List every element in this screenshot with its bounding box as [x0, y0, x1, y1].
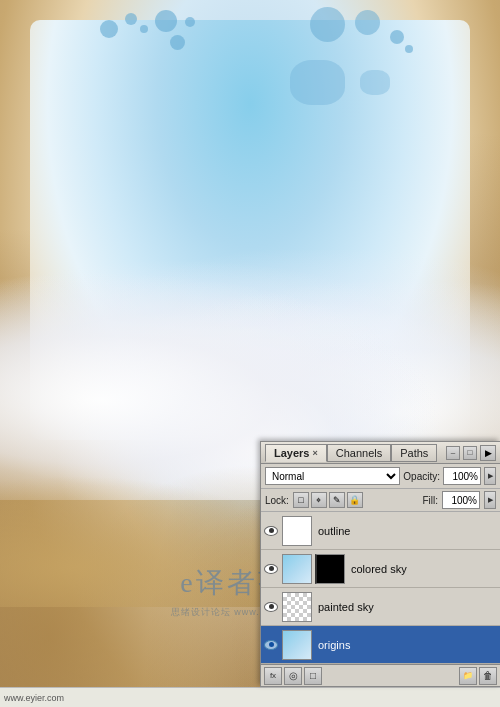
opacity-label: Opacity:: [403, 471, 440, 482]
layer-thumbnail: [282, 592, 312, 622]
blend-mode-select[interactable]: Normal: [265, 467, 400, 485]
layers-list: outline colored sky painted sky: [261, 512, 500, 664]
panel-menu-button[interactable]: ▶: [480, 445, 496, 461]
panel-tabs: Layers × Channels Paths: [265, 444, 437, 462]
minimize-button[interactable]: –: [446, 446, 460, 460]
layer-row[interactable]: painted sky: [261, 588, 500, 626]
lock-all-btn[interactable]: 🔒: [347, 492, 363, 508]
layer-visibility-toggle[interactable]: [263, 561, 279, 577]
eye-pupil: [269, 566, 274, 571]
layer-visibility-toggle[interactable]: [263, 637, 279, 653]
layer-visibility-toggle[interactable]: [263, 599, 279, 615]
layer-name: outline: [315, 525, 496, 537]
layer-row[interactable]: outline: [261, 512, 500, 550]
fill-value[interactable]: 100%: [442, 491, 480, 509]
delete-layer-button[interactable]: 🗑: [479, 667, 497, 685]
panel-toolbar: fx ◎ □ 📁 🗑: [261, 664, 500, 686]
ink-splat: [125, 13, 137, 25]
lock-label: Lock:: [265, 495, 289, 506]
ink-splat: [390, 30, 404, 44]
layer-thumbnail: [282, 516, 312, 546]
layer-thumbnail: [282, 554, 312, 584]
panel-titlebar: Layers × Channels Paths – □ ▶: [261, 442, 500, 464]
ink-splat: [405, 45, 413, 53]
ink-splat: [155, 10, 177, 32]
layer-row[interactable]: colored sky: [261, 550, 500, 588]
blend-mode-row: Normal Opacity: 100% ▶: [261, 464, 500, 489]
lock-icons: □ ⌖ ✎ 🔒: [293, 492, 363, 508]
maximize-button[interactable]: □: [463, 446, 477, 460]
layer-name: colored sky: [348, 563, 496, 575]
ink-splat: [310, 7, 345, 42]
panel-controls: – □ ▶: [446, 445, 496, 461]
layer-name: painted sky: [315, 601, 496, 613]
ink-splat: [185, 17, 195, 27]
fill-label: Fill:: [422, 495, 438, 506]
eye-pupil: [269, 528, 274, 533]
ink-splat: [290, 60, 345, 105]
eye-icon: [264, 602, 278, 612]
lock-row: Lock: □ ⌖ ✎ 🔒 Fill: 100% ▶: [261, 489, 500, 512]
url-text: www.eyier.com: [4, 693, 64, 703]
fill-arrow[interactable]: ▶: [484, 491, 496, 509]
eye-pupil: [269, 642, 274, 647]
layer-folder-button[interactable]: 📁: [459, 667, 477, 685]
ink-splat: [355, 10, 380, 35]
ink-splats: [10, 5, 490, 125]
new-layer-button[interactable]: □: [304, 667, 322, 685]
opacity-arrow[interactable]: ▶: [484, 467, 496, 485]
layer-name: origins: [315, 639, 496, 651]
eye-icon: [264, 564, 278, 574]
eye-icon: [264, 526, 278, 536]
tab-paths[interactable]: Paths: [391, 444, 437, 462]
url-bar: www.eyier.com: [0, 687, 500, 707]
lock-pixels-btn[interactable]: ⌖: [311, 492, 327, 508]
eye-pupil: [269, 604, 274, 609]
layer-visibility-toggle[interactable]: [263, 523, 279, 539]
lock-transparent-btn[interactable]: □: [293, 492, 309, 508]
layer-thumbnail: [282, 630, 312, 660]
ink-splat: [140, 25, 148, 33]
ink-splat: [360, 70, 390, 95]
tab-channels[interactable]: Channels: [327, 444, 391, 462]
layer-row[interactable]: origins: [261, 626, 500, 664]
ink-splat: [100, 20, 118, 38]
lock-position-btn[interactable]: ✎: [329, 492, 345, 508]
tab-layers[interactable]: Layers ×: [265, 444, 327, 462]
opacity-value[interactable]: 100%: [443, 467, 481, 485]
ink-splat: [170, 35, 185, 50]
layers-panel: Layers × Channels Paths – □ ▶ Normal Opa…: [260, 441, 500, 687]
eye-icon: [264, 640, 278, 650]
tab-close-icon[interactable]: ×: [312, 448, 317, 458]
layer-style-button[interactable]: fx: [264, 667, 282, 685]
add-mask-button[interactable]: ◎: [284, 667, 302, 685]
layer-mask-thumbnail: [315, 554, 345, 584]
